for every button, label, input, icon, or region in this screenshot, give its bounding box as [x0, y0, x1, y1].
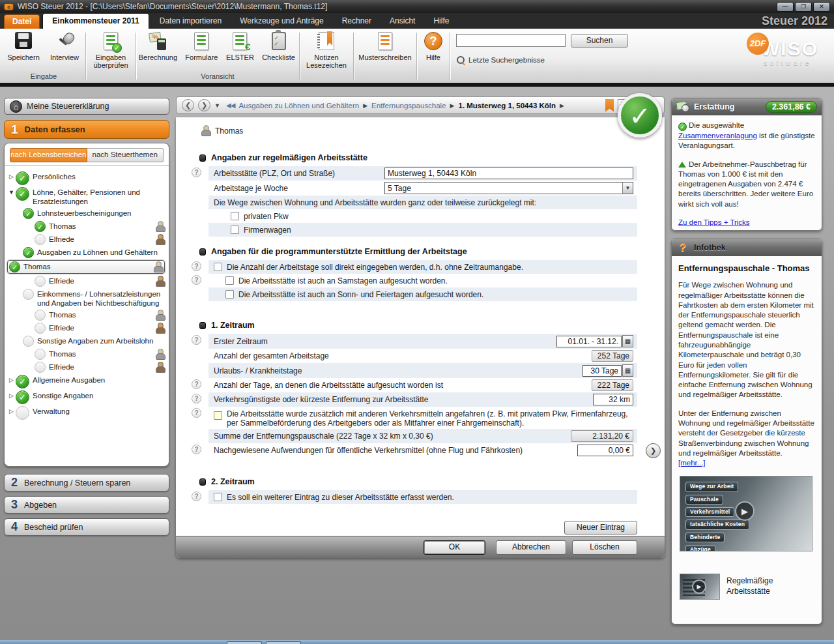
checkliste-button[interactable]: ✓✓ Checkliste [259, 29, 298, 72]
nachgewiesen-input[interactable] [577, 445, 633, 456]
search-button[interactable]: Suchen [571, 34, 628, 48]
dropdown-arrow-icon[interactable]: ▼ [622, 183, 633, 194]
help-question-icon[interactable]: ? [192, 445, 201, 454]
step-4-bescheid-pruefen[interactable]: 4 Bescheid prüfen [4, 518, 169, 536]
menu-daten-importieren[interactable]: Daten importieren [151, 14, 231, 29]
chevron-right-icon[interactable]: ▷ [7, 406, 16, 415]
help-question-icon[interactable]: ? [192, 275, 201, 285]
tree-item-lohnersatzleistungen[interactable]: Einkommens- / Lohnersatzleistungen und A… [7, 289, 165, 308]
help-question-icon[interactable]: ? [192, 491, 201, 501]
bookmark-icon[interactable] [605, 99, 614, 112]
checkbox-firmenwagen[interactable] [231, 226, 239, 234]
help-question-icon[interactable]: ? [192, 168, 201, 177]
arbeitsstaette-input[interactable] [384, 168, 633, 179]
menu-ansicht[interactable]: Ansicht [381, 14, 424, 29]
male-avatar-icon [155, 349, 165, 360]
checkbox-sonn-feiertage[interactable] [225, 290, 234, 299]
breadcrumb-rewind-icon[interactable]: ◀◀ [226, 102, 235, 109]
tab-einkommensteuer-2011[interactable]: Einkommensteuer 2011 [42, 13, 149, 29]
help-question-icon[interactable]: ? [192, 335, 201, 345]
tree-item-elfriede[interactable]: Elfriede [7, 323, 165, 334]
tipps-tricks-link[interactable]: Zu den Tipps + Tricks [678, 218, 750, 226]
zeitraum-input[interactable] [556, 336, 622, 347]
checkbox-andere-verkehrsmittel[interactable] [214, 411, 222, 420]
video-thumbnail[interactable]: Wege zur Arbeit Pauschale Verkehrsmittel… [680, 476, 812, 551]
urlaub-input[interactable] [582, 365, 622, 377]
help-button[interactable]: ? Hilfe [418, 29, 448, 72]
help-question-icon[interactable]: ? [192, 394, 201, 403]
close-button[interactable]: ✕ [813, 2, 830, 12]
video-thumbnail-small[interactable]: ▶ [680, 574, 720, 600]
tree-item-allgemeine-ausgaben[interactable]: ▷ ✓ Allgemeine Ausgaben [7, 375, 165, 388]
breadcrumb-separator-icon: ▶ [450, 102, 455, 109]
tree-item-sonstige-angaben[interactable]: ▷ ✓ Sonstige Angaben [7, 390, 165, 404]
tree-item-persoenliches[interactable]: ▷ ✓ Persönliches [7, 171, 165, 185]
formulare-button[interactable]: Formulare [182, 29, 222, 72]
elster-button[interactable]: € ELSTER [224, 29, 256, 72]
brand-label: Steuer 2012 [762, 14, 827, 29]
calendar-icon[interactable]: ▦ [622, 364, 633, 377]
tree-item-elfriede[interactable]: Elfriede [7, 276, 165, 287]
restore-button[interactable]: ❐ [795, 2, 812, 12]
mehr-link[interactable]: [mehr...] [678, 459, 706, 467]
tree-item-elfriede[interactable]: Elfriede [7, 362, 165, 373]
play-icon[interactable]: ▶ [735, 501, 755, 521]
help-question-icon[interactable]: ? [192, 261, 201, 271]
menu-rechner[interactable]: Rechner [333, 14, 381, 29]
tree-item-thomas-selected[interactable]: ✓ Thomas [7, 260, 165, 274]
video-chapter-chip: Wege zur Arbeit [685, 482, 738, 491]
interview-button[interactable]: Interview [46, 29, 83, 72]
history-dropdown-icon[interactable]: ▼ [214, 102, 222, 109]
checkbox-samstage[interactable] [225, 276, 234, 285]
step-3-abgeben[interactable]: 3 Abgeben [4, 496, 169, 514]
my-tax-return-button[interactable]: ⌂ Meine Steuererklärung [4, 98, 169, 115]
berechnung-button[interactable]: % Berechnung [137, 29, 179, 72]
save-button[interactable]: Speichern [4, 29, 43, 72]
tab-nach-lebensbereichen[interactable]: nach Lebensbereichen [10, 148, 87, 162]
notizen-lesezeichen-button[interactable]: Notizen Lesezeichen [301, 29, 352, 72]
entfernung-input[interactable] [593, 394, 633, 405]
loeschen-button[interactable]: Löschen [572, 540, 637, 555]
musterschreiben-button[interactable]: Musterschreiben [355, 29, 415, 72]
check-entries-button[interactable]: ✓ Eingaben überprüfen [87, 29, 134, 72]
menu-datei[interactable]: Datei [4, 14, 40, 29]
minimize-button[interactable]: — [777, 2, 794, 12]
search-input[interactable] [456, 34, 566, 47]
checkbox-privater-pkw[interactable] [231, 212, 239, 220]
arbeitstage-select[interactable]: 5 Tage ▼ [384, 182, 633, 194]
tree-item-sonstige-arbeitslohn[interactable]: Sonstige Angaben zum Arbeitslohn [7, 336, 165, 347]
breadcrumb-item[interactable]: Entfernungspauschale [371, 102, 446, 110]
breadcrumb-item[interactable]: Ausgaben zu Löhnen und Gehältern [238, 102, 359, 110]
menu-werkzeuge[interactable]: Werkzeuge und Anträge [231, 14, 333, 29]
checkbox-direkt-eingeben[interactable] [214, 263, 222, 271]
tree-item-thomas[interactable]: Thomas [7, 349, 165, 360]
chevron-right-icon[interactable]: ▷ [7, 375, 16, 384]
abbrechen-button[interactable]: Abbrechen [496, 540, 566, 555]
menu-hilfe[interactable]: Hilfe [424, 14, 458, 29]
tree-item-elfriede[interactable]: Elfriede [7, 234, 165, 245]
tree-item-verwaltung[interactable]: ▷ Verwaltung [7, 406, 165, 420]
tree-item-ausgaben-loehne[interactable]: ✓ Ausgaben zu Löhnen und Gehältern [7, 247, 165, 258]
zusammenveranlagung-link[interactable]: Zusammenveranlagung [678, 132, 757, 139]
calendar-icon[interactable]: ▦ [622, 335, 633, 347]
chevron-down-icon[interactable]: ▼ [7, 187, 16, 196]
forward-button[interactable]: ❯ [198, 99, 210, 111]
chevron-right-icon[interactable]: ▷ [7, 171, 16, 181]
ok-button[interactable]: OK [424, 540, 485, 555]
breadcrumb-current[interactable]: 1. Musterweg 1, 50443 Köln [458, 102, 556, 110]
tab-nach-steuerthemen[interactable]: nach Steuerthemen [87, 148, 164, 162]
expand-arrow-button[interactable]: ❯ [646, 443, 661, 458]
tree-item-loehne-gehaelter[interactable]: ▼ ✓ Löhne, Gehälter, Pensionen und Ersat… [7, 187, 165, 206]
step-1-daten-erfassen[interactable]: 1 Daten erfassen [4, 120, 169, 139]
recent-results-link[interactable]: Letzte Suchergebnisse [456, 55, 730, 65]
neuer-eintrag-button[interactable]: Neuer Eintrag [564, 521, 637, 534]
help-question-icon[interactable]: ? [192, 408, 201, 418]
back-button[interactable]: ❮ [182, 99, 194, 111]
tree-item-thomas[interactable]: ✓ Thomas [7, 221, 165, 232]
tree-item-lohnsteuerbescheinigungen[interactable]: ✓ Lohnsteuerbescheinigungen [7, 208, 165, 219]
checkbox-weiterer-eintrag[interactable] [214, 493, 222, 501]
step-2-berechnung[interactable]: 2 Berechnung / Steuern sparen [4, 474, 169, 491]
tree-item-thomas[interactable]: Thomas [7, 310, 165, 321]
help-question-icon[interactable]: ? [192, 379, 201, 389]
chevron-right-icon[interactable]: ▷ [7, 390, 16, 400]
